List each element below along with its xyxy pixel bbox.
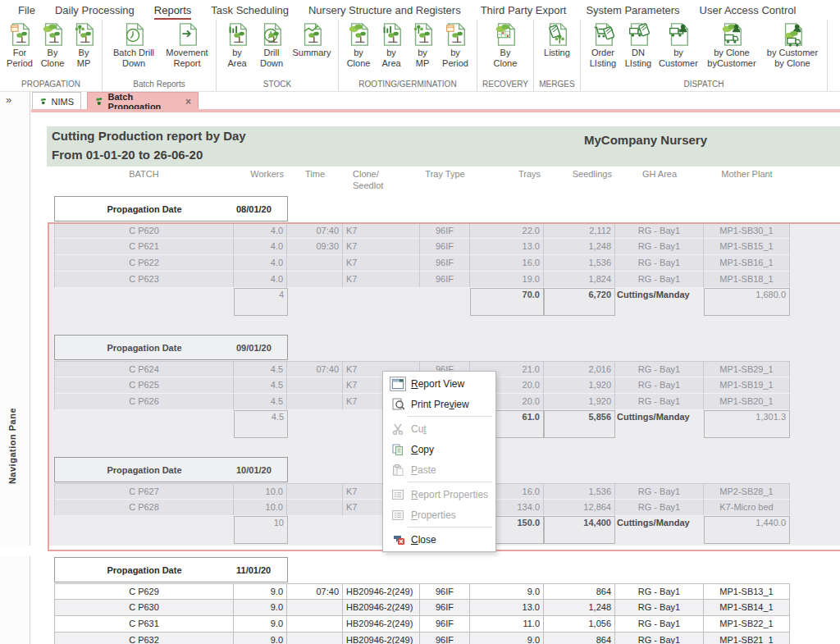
table-row[interactable]: C P6299.007:40HB20946-2(249)96IF9.0864RG… xyxy=(54,583,790,600)
navigation-pane-expand-chevron-icon[interactable]: » xyxy=(6,94,11,106)
tab-label: NIMS xyxy=(52,97,75,107)
total-workers: 4 xyxy=(234,288,288,316)
propagation-by-mp-button[interactable]: ByMP xyxy=(69,21,98,70)
batch-drill-down-icon xyxy=(121,22,146,47)
stock-summary-icon xyxy=(299,22,324,47)
tab-close-icon[interactable]: × xyxy=(185,96,191,107)
order-listing-button[interactable]: OrderLIsting xyxy=(584,21,622,70)
ribbon-group-label: DISPATCH xyxy=(682,78,725,91)
stock-by-area-button[interactable]: byArea xyxy=(220,21,254,70)
rooting-by-mp-icon xyxy=(410,22,435,47)
propagation-date-value: 08/01/20 xyxy=(234,196,288,222)
propagation-by-clone-button[interactable]: ByClone xyxy=(36,21,69,70)
table-row[interactable]: C P6224.0K796IF16.01,536RG - Bay1MP1-SB1… xyxy=(54,255,790,272)
stock-by-area-icon xyxy=(225,22,249,47)
ribbon-group-label: ROOTING/GERMINATION xyxy=(357,78,458,91)
cuttings-per-manday-label: Cuttings/Manday xyxy=(617,290,707,299)
ribbon-group-stock: byArea DrillDown Summary STOCK xyxy=(217,20,339,91)
column-header-batch: BATCH xyxy=(54,168,234,191)
context-menu-report-view[interactable]: Report View xyxy=(383,373,495,394)
tab-batch-propogation[interactable]: Batch Propogation × xyxy=(87,92,199,110)
propagation-date-value: 10/01/20 xyxy=(234,457,288,482)
tab-nims[interactable]: NIMS xyxy=(32,92,81,110)
stock-summary-button[interactable]: Summary xyxy=(289,21,335,59)
context-menu-properties: Properties xyxy=(383,505,495,525)
cut-icon xyxy=(388,421,408,437)
merges-listing-button[interactable]: Listing xyxy=(537,21,577,59)
dispatch-by-customer-by-clone-button[interactable]: by Customerby Clone xyxy=(761,21,824,70)
rooting-by-area-button[interactable]: byArea xyxy=(375,21,408,70)
report-title: Cutting Production report by Day xyxy=(52,129,246,143)
cuttings-per-manday-value: 1,680.0 xyxy=(704,288,790,316)
context-menu-print-preview[interactable]: Print Preview xyxy=(383,394,495,414)
rooting-by-mp-button[interactable]: byMP xyxy=(408,21,437,70)
rooting-by-area-icon xyxy=(379,22,404,47)
menu-bar: File Daily Processing Reports Task Sched… xyxy=(0,0,840,20)
propagation-date-label: Propagation Date xyxy=(54,196,235,222)
table-column-headers: BATCH Workers Time Clone/Seedlot Tray Ty… xyxy=(54,168,790,191)
ribbon-group-rooting-germination: byClone byArea byMP byPeriod ROOTING/GER… xyxy=(339,20,477,91)
menu-nursery-structure[interactable]: Nursery Structure and Registers xyxy=(299,2,471,19)
propagation-date-value: 09/01/20 xyxy=(234,335,288,360)
batch-drill-down-button[interactable]: Batch DrillDown xyxy=(106,21,162,70)
report-header: Cutting Production report by Day From 01… xyxy=(47,126,840,167)
rooting-by-period-button[interactable]: byPeriod xyxy=(437,21,473,70)
table-row[interactable]: C P6309.0HB20946-2(249)96IF13.01,248RG -… xyxy=(54,600,790,616)
report-company-name: MyCompany Nursery xyxy=(506,133,785,147)
menu-system-parameters[interactable]: System Parameters xyxy=(576,2,689,19)
merges-listing-icon xyxy=(545,22,569,47)
dispatch-by-clone-by-customer-button[interactable]: by ClonebyCustomer xyxy=(702,21,761,70)
column-header-trays: Trays xyxy=(470,168,544,191)
stock-drill-down-button[interactable]: DrillDown xyxy=(254,21,289,70)
context-menu-close[interactable]: Close xyxy=(383,529,495,550)
movement-report-icon xyxy=(175,22,199,47)
menu-reports[interactable]: Reports xyxy=(144,2,202,19)
menu-task-scheduling[interactable]: Task Scheduling xyxy=(201,2,299,19)
ribbon-group-label: PROPAGATION xyxy=(20,78,82,91)
table-row[interactable]: C P6204.007:40K796IF22.02,112RG - Bay1MP… xyxy=(54,222,790,239)
tab-label: Batch Propogation xyxy=(108,92,180,112)
movement-report-button[interactable]: MovementReport xyxy=(162,21,212,70)
column-header-clone-seedlot: Clone/Seedlot xyxy=(343,168,420,191)
ribbon-group-label: STOCK xyxy=(262,78,293,91)
propagation-by-clone-icon xyxy=(40,22,65,47)
section-rows: C P6204.007:40K796IF22.02,112RG - Bay1MP… xyxy=(0,222,840,288)
dispatch-by-customer-button[interactable]: byCustomer xyxy=(655,21,702,70)
dispatch-by-customer-icon xyxy=(666,22,691,47)
properties-icon xyxy=(388,507,408,523)
cuttings-per-manday-label: Cuttings/Manday xyxy=(617,412,707,422)
document-tab-strip: NIMS Batch Propogation × xyxy=(31,92,840,110)
propagation-date-value: 11/01/20 xyxy=(234,557,288,582)
close-icon xyxy=(388,532,408,548)
dn-listing-icon xyxy=(626,22,651,47)
menu-third-party-export[interactable]: Third Party Export xyxy=(471,2,577,19)
rooting-by-clone-button[interactable]: byClone xyxy=(342,21,375,70)
propagation-date-label: Propagation Date xyxy=(54,335,235,360)
report-date-range: From 01-01-20 to 26-06-20 xyxy=(52,148,203,162)
ribbon-group-recovery: ByClone RECOVERY xyxy=(477,20,534,91)
propagation-by-mp-icon xyxy=(71,22,96,47)
table-row[interactable]: C P6214.009:30K796IF13.01,248RG - Bay1MP… xyxy=(54,239,790,255)
table-row[interactable]: C P6319.0HB20946-2(249)96IF11.01,056RG -… xyxy=(54,616,790,633)
for-period-button[interactable]: ForPeriod xyxy=(3,21,36,70)
total-seedlings: 14,400 xyxy=(544,516,615,544)
column-header-time: Time xyxy=(287,168,343,191)
ribbon-group-propagation: ForPeriod ByClone ByMP PROPAGATION xyxy=(0,20,103,91)
table-row[interactable]: C P6329.0HB20946-2(249)96IF9.0864RG - Ba… xyxy=(54,633,790,644)
context-menu-copy[interactable]: Copy xyxy=(383,439,495,459)
total-seedlings: 5,856 xyxy=(544,410,615,438)
propagation-date-header: Propagation Date 11/01/20 xyxy=(0,556,840,583)
ribbon: ForPeriod ByClone ByMP PROPAGATION Batch… xyxy=(0,20,840,92)
menu-file[interactable]: File xyxy=(8,2,45,19)
recovery-by-clone-button[interactable]: ByClone xyxy=(486,21,524,70)
menu-user-access-control[interactable]: User Access Control xyxy=(690,2,806,19)
propagation-date-label: Propagation Date xyxy=(54,457,235,482)
table-row[interactable]: C P6234.0K796IF19.01,824RG - Bay1MP1-SB1… xyxy=(54,272,790,288)
dn-listing-button[interactable]: DNLIsting xyxy=(622,21,655,70)
recovery-by-clone-icon xyxy=(493,22,518,47)
for-period-icon xyxy=(7,22,32,47)
ribbon-group-label: RECOVERY xyxy=(481,78,530,91)
context-menu-cut: Cut xyxy=(383,418,495,439)
context-menu-separator xyxy=(408,527,492,528)
menu-daily-processing[interactable]: Daily Processing xyxy=(45,2,144,19)
